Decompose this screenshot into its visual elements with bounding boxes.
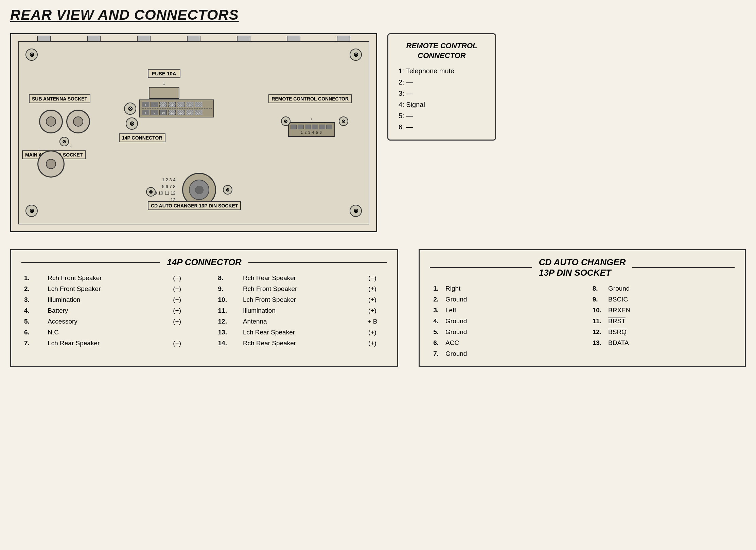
remote-pin-3: 3: —: [399, 88, 485, 99]
table-row: 6. N.C 13. Lch Rear Speaker (+): [21, 327, 387, 338]
table-row: 5. Accessory (+) 12. Antenna + B: [21, 316, 387, 327]
table-row: 1. Rch Front Speaker (−) 8. Rch Rear Spe…: [21, 273, 387, 283]
remote-pin-5: 5: —: [399, 110, 485, 122]
table-row: 2. Ground 9. BSCIC: [430, 294, 735, 305]
cd-pin-table: 1. Right 8. Ground 2. Ground 9. BSCIC 3.…: [430, 283, 735, 359]
remote-info-list: 1: Telephone mute 2: — 3: — 4: Signal 5:…: [399, 66, 485, 133]
table-row: 3. Illumination (−) 10. Lch Front Speake…: [21, 294, 387, 305]
rear-view-diagram: ⊗ ⊗ ⊗ ⊗ FUSE 10A ↓ ⊗ 1 2 3: [10, 33, 377, 232]
sub-antenna-label: SUB ANTENNA SOCKET: [29, 94, 90, 103]
screw-hole-antenna: ⊗: [59, 137, 69, 146]
table-row: 2. Lch Front Speaker (−) 9. Rch Front Sp…: [21, 283, 387, 294]
page-title: REAR VIEW AND CONNECTORS: [10, 7, 746, 23]
cd-table-title: CD AUTO CHANGER 13P DIN SOCKET: [532, 257, 633, 278]
screw-remote-right: ⊗: [339, 116, 348, 126]
remote-pin-4: 4: Signal: [399, 99, 485, 110]
remote-pin-2: 2: —: [399, 77, 485, 88]
screw-hole-br: ⊗: [350, 205, 362, 217]
fuse-label: FUSE 10A: [148, 69, 180, 78]
remote-control-diagram-label: REMOTE CONTROL CONNECTOR: [268, 94, 352, 103]
remote-pin-1: 1: Telephone mute: [399, 66, 485, 77]
table-row: 3. Left 10. BRXEN: [430, 305, 735, 316]
remote-info-box: REMOTE CONTROL CONNECTOR 1: Telephone mu…: [387, 33, 496, 141]
14p-table-title: 14P CONNECTOR: [160, 257, 248, 268]
fuse-block: FUSE 10A ↓: [148, 69, 180, 99]
screw-hole-tr: ⊗: [350, 49, 362, 61]
screw-hole-bl: ⊗: [25, 205, 38, 217]
table-row: 7. Ground: [430, 348, 735, 359]
14p-connector-label: 14P CONNECTOR: [119, 133, 165, 142]
table-row: 4. Battery (+) 11. Illumination (+): [21, 305, 387, 316]
table-row: 1. Right 8. Ground: [430, 283, 735, 294]
screw-hole-tl: ⊗: [25, 49, 38, 61]
14p-pin-table: 1. Rch Front Speaker (−) 8. Rch Rear Spe…: [21, 273, 387, 349]
remote-info-title: REMOTE CONTROL CONNECTOR: [399, 41, 485, 60]
cd-din-diagram-label: CD AUTO CHANGER 13P DIN SOCKET: [148, 201, 241, 210]
table-row: 4. Ground 11. BRST: [430, 316, 735, 327]
screw-cd-left: ⊗: [146, 187, 156, 197]
screw-cd-right: ⊗: [223, 185, 232, 195]
cd-pin-12-name: BSRQ: [605, 327, 735, 337]
antenna-group: [39, 110, 90, 133]
arrow-main-antenna: ↓: [37, 147, 40, 154]
14p-connector-table: 14P CONNECTOR 1. Rch Front Speaker (−) 8…: [10, 249, 398, 367]
cd-pin-11-name: BRST: [605, 316, 735, 327]
remote-connector-block: ↓ 1 2 3 4 5 6: [288, 116, 335, 137]
arrow-sub-antenna: ↓: [70, 142, 73, 149]
table-row: 6. ACC 13. BDATA: [430, 337, 735, 348]
screw-remote-left: ⊗: [281, 116, 291, 126]
14p-connector-block: ⊗ 1 2 3 4 5 6 7 8 9: [124, 99, 229, 130]
table-row: 7. Lch Rear Speaker (−) 14. Rch Rear Spe…: [21, 338, 387, 349]
remote-pin-6: 6: —: [399, 122, 485, 133]
cd-auto-changer-table: CD AUTO CHANGER 13P DIN SOCKET 1. Right …: [419, 249, 746, 367]
table-row: 5. Ground 12. BSRQ: [430, 327, 735, 337]
